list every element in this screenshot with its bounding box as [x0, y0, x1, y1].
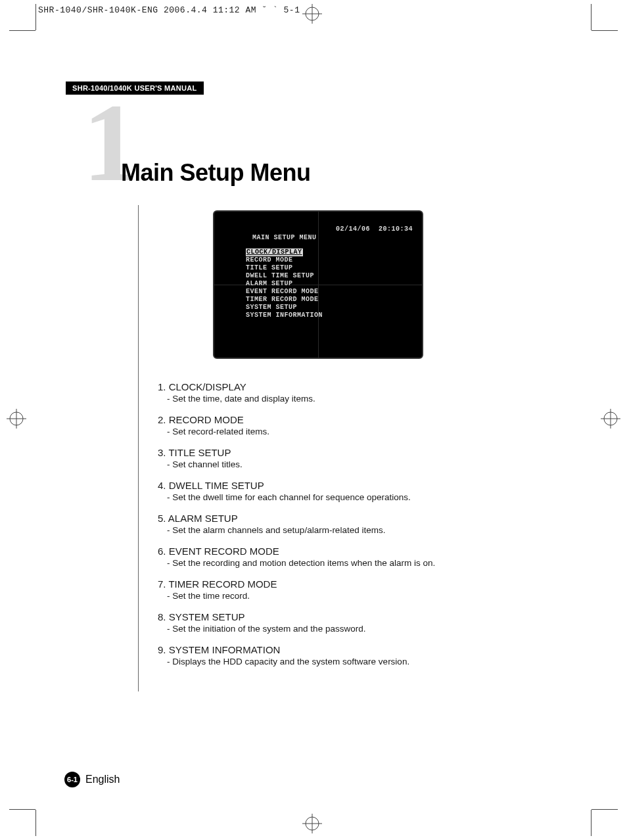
osd-menu-item: DWELL TIME SETUP — [246, 272, 323, 280]
page-footer: 6-1 English — [64, 772, 120, 787]
description-subtext: - Set the dwell time for each channel fo… — [167, 492, 552, 502]
description-item: 4. DWELL TIME SETUP- Set the dwell time … — [158, 480, 552, 502]
osd-menu-item: EVENT RECORD MODE — [246, 288, 323, 296]
description-title: 6. EVENT RECORD MODE — [158, 546, 552, 557]
description-item: 7. TIMER RECORD MODE- Set the time recor… — [158, 578, 552, 601]
description-subtext: - Set the time, date and display items. — [167, 394, 552, 404]
osd-menu-item: RECORD MODE — [246, 256, 323, 264]
osd-time: 20:10:34 — [379, 225, 413, 233]
registration-mark-icon — [302, 4, 322, 24]
osd-menu-item: TIMER RECORD MODE — [246, 296, 323, 304]
description-item: 1. CLOCK/DISPLAY- Set the time, date and… — [158, 381, 552, 404]
description-subtext: - Set the initiation of the system and t… — [167, 624, 552, 634]
description-title: 7. TIMER RECORD MODE — [158, 578, 552, 590]
osd-menu-item: ALARM SETUP — [246, 280, 323, 288]
description-title: 5. ALARM SETUP — [158, 513, 552, 524]
registration-mark-icon — [7, 409, 26, 431]
page-area: SHR-1040/1040K USER'S MANUAL 1 Main Setu… — [35, 30, 592, 810]
vertical-divider — [138, 205, 139, 691]
print-job-header: SHR-1040/SHR-1040K-ENG 2006.4.4 11:12 AM… — [38, 5, 300, 15]
description-item: 8. SYSTEM SETUP- Set the initiation of t… — [158, 611, 552, 634]
osd-menu-item: SYSTEM INFORMATION — [246, 312, 323, 319]
osd-menu-title: MAIN SETUP MENU — [252, 234, 317, 241]
osd-datetime: 02/14/06 20:10:34 — [310, 218, 413, 240]
description-item: 6. EVENT RECORD MODE- Set the recording … — [158, 546, 552, 568]
osd-menu-item: TITLE SETUP — [246, 264, 323, 272]
description-title: 3. TITLE SETUP — [158, 447, 552, 458]
description-item: 5. ALARM SETUP- Set the alarm channels a… — [158, 513, 552, 535]
registration-mark-icon — [601, 409, 620, 431]
description-subtext: - Displays the HDD capacity and the syst… — [167, 657, 552, 666]
osd-menu-list: CLOCK/DISPLAYRECORD MODETITLE SETUPDWELL… — [246, 248, 323, 319]
description-subtext: - Set the time record. — [167, 591, 552, 601]
footer-language: English — [85, 774, 120, 785]
description-title: 4. DWELL TIME SETUP — [158, 480, 552, 491]
page-number-badge: 6-1 — [64, 772, 80, 787]
description-item: 3. TITLE SETUP- Set channel titles. — [158, 447, 552, 469]
description-title: 9. SYSTEM INFORMATION — [158, 644, 552, 655]
description-item: 2. RECORD MODE- Set record-related items… — [158, 414, 552, 436]
description-item: 9. SYSTEM INFORMATION- Displays the HDD … — [158, 644, 552, 666]
description-subtext: - Set channel titles. — [167, 459, 552, 469]
description-subtext: - Set the recording and motion detection… — [167, 558, 552, 568]
description-title: 8. SYSTEM SETUP — [158, 611, 552, 622]
description-title: 2. RECORD MODE — [158, 414, 552, 425]
osd-date: 02/14/06 — [336, 225, 370, 233]
osd-menu-item: SYSTEM SETUP — [246, 304, 323, 312]
registration-mark-icon — [302, 814, 322, 836]
description-subtext: - Set the alarm channels and setup/alarm… — [167, 525, 552, 535]
osd-screenshot: 02/14/06 20:10:34 MAIN SETUP MENU CLOCK/… — [213, 210, 423, 359]
section-title: Main Setup Menu — [121, 159, 311, 187]
osd-menu-item: CLOCK/DISPLAY — [246, 248, 323, 256]
description-subtext: - Set record-related items. — [167, 427, 552, 436]
description-title: 1. CLOCK/DISPLAY — [158, 381, 552, 392]
menu-descriptions: 1. CLOCK/DISPLAY- Set the time, date and… — [158, 381, 552, 677]
